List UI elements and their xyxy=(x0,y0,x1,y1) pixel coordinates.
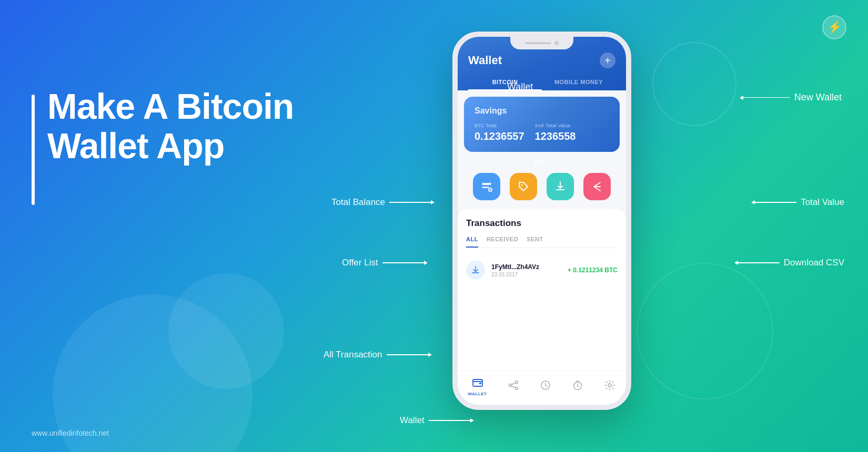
svg-point-5 xyxy=(521,184,523,186)
nav-timer[interactable] xyxy=(572,379,583,394)
share-nav-icon xyxy=(508,379,519,394)
svg-line-12 xyxy=(511,386,516,388)
tx-icon xyxy=(466,261,485,280)
new-wallet-annotation: New Wallet xyxy=(743,92,842,103)
tx-date: 23.03.2017 xyxy=(491,272,561,278)
svg-line-11 xyxy=(511,383,516,385)
action-buttons-row xyxy=(458,169,626,209)
svg-rect-3 xyxy=(482,187,489,188)
notch-dot xyxy=(554,41,559,45)
savings-label: Savings xyxy=(475,106,609,116)
btc-label: BTC Total xyxy=(475,123,524,128)
hero-title-line1: Make A Bitcoin xyxy=(47,86,294,126)
svg-rect-7 xyxy=(479,383,481,384)
hero-section: Make A Bitcoin Wallet App xyxy=(47,87,331,166)
svg-point-15 xyxy=(608,384,611,387)
wallet-header-title: Wallet xyxy=(468,54,502,67)
website-url: www.unifiedinfotech.net xyxy=(32,429,109,437)
tab-received[interactable]: RECEIVED xyxy=(487,236,518,248)
total-balance-annotation: Total Balance xyxy=(331,197,431,208)
transactions-title: Transactions xyxy=(466,218,618,229)
tag-button[interactable] xyxy=(510,173,537,200)
bg-decoration-3 xyxy=(652,42,736,126)
phone-notch xyxy=(510,37,573,49)
tx-amount: + 0.1211234 BTC xyxy=(568,266,618,274)
transaction-tabs: ALL RECEIVED SENT xyxy=(466,236,618,248)
new-wallet-annotation-text: New Wallet xyxy=(794,92,842,103)
savings-values: BTC Total 0.1236557 XAF Total Value 1236… xyxy=(475,123,609,142)
nav-share[interactable] xyxy=(508,379,519,394)
tab-mobile-money[interactable]: MOBILE MONEY xyxy=(542,75,615,90)
wallet-bottom-annotation: Wallet xyxy=(400,415,471,426)
all-transaction-annotation: All Transaction xyxy=(324,350,429,360)
dot-3 xyxy=(546,160,549,163)
bg-decoration-2 xyxy=(168,273,284,389)
timer-nav-icon xyxy=(572,379,583,394)
offer-list-button[interactable] xyxy=(473,173,500,200)
phone-mockup: Wallet + BITCOIN MOBILE MONEY Savings BT… xyxy=(442,32,642,431)
wallet-title-row: Wallet + xyxy=(468,53,615,68)
left-accent-bar xyxy=(32,95,35,205)
wallet-annotation: Wallet xyxy=(507,81,533,93)
total-balance-text: Total Balance xyxy=(331,197,385,208)
btc-total-col: BTC Total 0.1236557 xyxy=(475,123,524,142)
bg-decoration-4 xyxy=(637,263,773,399)
download-csv-annotation: Download CSV xyxy=(738,258,844,268)
xaf-total-col: XAF Total Value 1236558 xyxy=(535,123,576,142)
dot-2 xyxy=(540,160,543,163)
offer-list-text: Offer List xyxy=(342,258,378,268)
btc-value: 0.1236557 xyxy=(475,130,524,142)
wallet-tabs: BITCOIN MOBILE MONEY xyxy=(468,75,615,90)
hero-title-line2: Wallet App xyxy=(47,126,224,166)
nav-history[interactable] xyxy=(540,379,551,394)
all-transaction-text: All Transaction xyxy=(324,350,382,360)
nav-settings[interactable] xyxy=(604,379,615,394)
transactions-section: Transactions ALL RECEIVED SENT 1FyMtI...… xyxy=(458,209,626,371)
wallet-bottom-text: Wallet xyxy=(400,415,425,426)
tx-info: 1FyMtI...Zh4AVz 23.03.2017 xyxy=(491,263,561,278)
total-value-text: Total Value xyxy=(801,197,844,208)
card-dots xyxy=(458,157,626,169)
svg-point-9 xyxy=(509,384,511,386)
svg-rect-2 xyxy=(482,183,491,185)
tx-address: 1FyMtI...Zh4AVz xyxy=(491,263,561,271)
nav-wallet[interactable]: WALLET xyxy=(468,376,487,396)
hero-title: Make A Bitcoin Wallet App xyxy=(47,87,331,166)
offer-list-annotation: Offer List xyxy=(342,258,425,268)
svg-point-10 xyxy=(515,387,518,389)
phone-inner: Wallet + BITCOIN MOBILE MONEY Savings BT… xyxy=(458,37,626,405)
phone-frame: Wallet + BITCOIN MOBILE MONEY Savings BT… xyxy=(452,32,631,410)
download-csv-text: Download CSV xyxy=(784,258,844,268)
tab-sent[interactable]: SENT xyxy=(527,236,543,248)
wallet-nav-icon xyxy=(472,376,483,391)
history-nav-icon xyxy=(540,379,551,394)
new-wallet-button[interactable]: + xyxy=(600,53,615,68)
share-button[interactable] xyxy=(583,173,611,200)
logo: ⚡ xyxy=(822,15,847,40)
download-csv-button[interactable] xyxy=(547,173,574,200)
transaction-item: 1FyMtI...Zh4AVz 23.03.2017 + 0.1211234 B… xyxy=(466,255,618,285)
savings-card: Savings BTC Total 0.1236557 XAF Total Va… xyxy=(464,97,620,152)
wallet-nav-label: WALLET xyxy=(468,392,487,396)
xaf-label: XAF Total Value xyxy=(535,123,576,128)
tab-all[interactable]: ALL xyxy=(466,236,478,248)
total-value-annotation: Total Value xyxy=(754,197,844,208)
svg-point-8 xyxy=(515,381,518,383)
settings-nav-icon xyxy=(604,379,615,394)
notch-bar xyxy=(525,42,551,44)
dot-1 xyxy=(534,160,538,163)
wallet-annotation-text: Wallet xyxy=(507,81,533,92)
svg-text:⚡: ⚡ xyxy=(827,20,842,34)
bottom-nav: WALLET xyxy=(458,371,626,405)
xaf-value: 1236558 xyxy=(535,130,576,142)
